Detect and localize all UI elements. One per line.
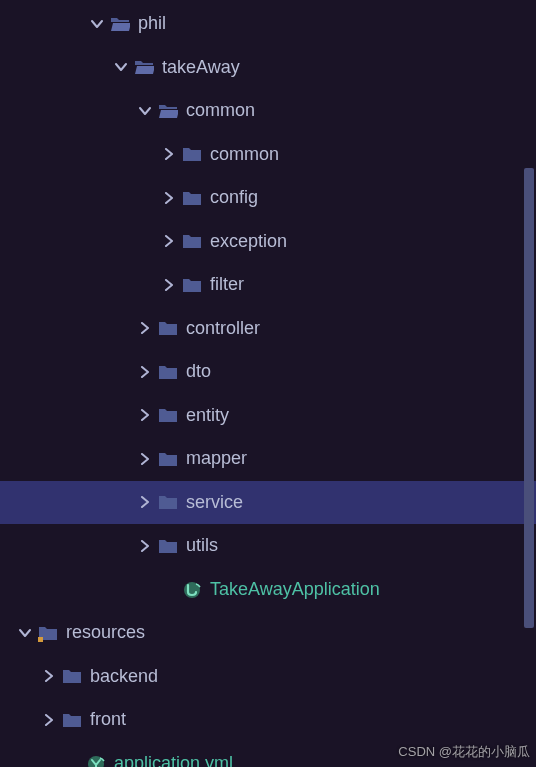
- tree-item-controller[interactable]: controller: [0, 307, 536, 351]
- folder-icon: [182, 145, 202, 163]
- folder-icon: [182, 189, 202, 207]
- folder-icon: [158, 450, 178, 468]
- tree-item-resources[interactable]: resources: [0, 611, 536, 655]
- tree-item-takeAway[interactable]: takeAway: [0, 46, 536, 90]
- chevron-down-icon[interactable]: [112, 58, 130, 76]
- yml-file-icon: [86, 753, 106, 767]
- tree-item-label: exception: [210, 231, 287, 252]
- tree-item-config[interactable]: config: [0, 176, 536, 220]
- tree-item-service[interactable]: service: [0, 481, 536, 525]
- folder-open-icon: [134, 58, 154, 76]
- folder-icon: [62, 667, 82, 685]
- chevron-right-icon[interactable]: [136, 406, 154, 424]
- chevron-right-icon[interactable]: [136, 450, 154, 468]
- tree-item-common[interactable]: common: [0, 89, 536, 133]
- chevron-right-icon[interactable]: [136, 319, 154, 337]
- tree-item-common[interactable]: common: [0, 133, 536, 177]
- java-class-icon: [182, 579, 202, 599]
- tree-item-front[interactable]: front: [0, 698, 536, 742]
- tree-item-utils[interactable]: utils: [0, 524, 536, 568]
- chevron-right-icon[interactable]: [40, 711, 58, 729]
- tree-item-phil[interactable]: phil: [0, 2, 536, 46]
- tree-item-filter[interactable]: filter: [0, 263, 536, 307]
- chevron-right-icon[interactable]: [136, 493, 154, 511]
- chevron-right-icon[interactable]: [136, 363, 154, 381]
- tree-item-label: resources: [66, 622, 145, 643]
- tree-item-label: TakeAwayApplication: [210, 579, 380, 600]
- tree-item-label: filter: [210, 274, 244, 295]
- tree-item-label: service: [186, 492, 243, 513]
- tree-item-label: common: [210, 144, 279, 165]
- chevron-down-icon[interactable]: [16, 624, 34, 642]
- folder-icon: [182, 276, 202, 294]
- resources-folder-icon: [38, 624, 58, 642]
- watermark-text: CSDN @花花的小脑瓜: [398, 743, 530, 761]
- tree-item-label: front: [90, 709, 126, 730]
- folder-icon: [158, 493, 178, 511]
- folder-icon: [158, 319, 178, 337]
- folder-icon: [62, 711, 82, 729]
- tree-item-exception[interactable]: exception: [0, 220, 536, 264]
- chevron-right-icon[interactable]: [40, 667, 58, 685]
- tree-item-label: dto: [186, 361, 211, 382]
- tree-item-label: phil: [138, 13, 166, 34]
- project-tree: philtakeAwaycommoncommonconfigexceptionf…: [0, 0, 536, 767]
- folder-icon: [158, 363, 178, 381]
- tree-item-entity[interactable]: entity: [0, 394, 536, 438]
- folder-open-icon: [158, 102, 178, 120]
- folder-icon: [182, 232, 202, 250]
- tree-item-label: utils: [186, 535, 218, 556]
- tree-item-label: controller: [186, 318, 260, 339]
- chevron-down-icon[interactable]: [136, 102, 154, 120]
- folder-open-icon: [110, 15, 130, 33]
- folder-icon: [158, 406, 178, 424]
- tree-item-label: backend: [90, 666, 158, 687]
- tree-item-label: mapper: [186, 448, 247, 469]
- tree-item-label: entity: [186, 405, 229, 426]
- chevron-right-icon[interactable]: [160, 189, 178, 207]
- tree-item-label: takeAway: [162, 57, 240, 78]
- chevron-right-icon[interactable]: [160, 145, 178, 163]
- tree-item-label: application.yml: [114, 753, 233, 767]
- tree-item-label: config: [210, 187, 258, 208]
- scrollbar-thumb[interactable]: [524, 168, 534, 628]
- folder-icon: [158, 537, 178, 555]
- tree-item-dto[interactable]: dto: [0, 350, 536, 394]
- chevron-right-icon[interactable]: [160, 276, 178, 294]
- tree-item-label: common: [186, 100, 255, 121]
- chevron-right-icon[interactable]: [160, 232, 178, 250]
- chevron-down-icon[interactable]: [88, 15, 106, 33]
- chevron-right-icon[interactable]: [136, 537, 154, 555]
- tree-item-TakeAwayApplication[interactable]: TakeAwayApplication: [0, 568, 536, 612]
- tree-item-backend[interactable]: backend: [0, 655, 536, 699]
- tree-item-mapper[interactable]: mapper: [0, 437, 536, 481]
